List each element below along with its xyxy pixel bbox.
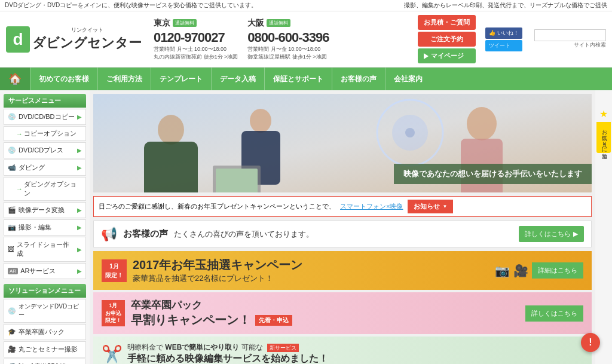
osaka-phone: 大阪 通話無料 0800-600-3396 営業時間 月〜金 10:00〜18:… [247, 18, 329, 61]
banner-video-edit[interactable]: ✂️ 明瞭料金で WEBで簡単にやり取り 可能な 新サービス 手軽に頼める映像編… [93, 337, 592, 364]
banner-newyear[interactable]: 1月限定！ 2017年お年玉抽選キャンペーン 豪華賞品を抽選で22名様にプレゼン… [93, 251, 592, 290]
solution-menu-title: ソリューションメニュー [4, 284, 86, 298]
right-sidebar: ★ お気に入りに追加 [595, 90, 612, 364]
play-icon [424, 53, 429, 59]
tweet-button[interactable]: ツイート [485, 40, 522, 51]
mypage-button[interactable]: マイページ [418, 48, 476, 63]
sidebar-item-dvd-copy[interactable]: 💿 DVD/CD/BDコピー ▶ [4, 109, 86, 125]
nav-item-first[interactable]: 初めてのお客様 [30, 68, 97, 90]
main-nav: 🏠 初めてのお客様 ご利用方法 テンプレート データ入稿 保証とサポート お客様… [0, 68, 612, 90]
search-area: サイト内検索 [534, 29, 606, 49]
sidebar: サービスメニュー 💿 DVD/CD/BDコピー ▶ コピーオプション 💿 DVD… [0, 90, 90, 364]
banner1-month-badge: 1月限定！ [102, 259, 127, 282]
dropdown-icon: ▼ [442, 204, 447, 209]
chyumon-button[interactable]: ご注文予約 [418, 32, 476, 47]
slideshow-label: スライドショー作成 [17, 240, 75, 258]
sidebar-item-seminar[interactable]: 🎥 丸ごとセミナー撮影 [4, 341, 86, 357]
search-input[interactable] [534, 29, 606, 41]
video-convert-icon: 🎬 [8, 206, 16, 214]
graduation-icon: 🎓 [8, 328, 16, 336]
dvd-press-arrow-icon: ▶ [77, 147, 82, 154]
osaka-address: 御堂筋線淀屋橋駅 徒歩1分 >地図 [247, 53, 326, 61]
phone-area: 東京 通話無料 0120-970027 営業時間 月〜土 10:00〜18:00… [154, 18, 329, 61]
voice-bar: 📢 お客様の声 たくさんの喜びの声を頂いております。 詳しくはこちら ▶ [93, 221, 592, 247]
sidebar-item-dvd-press[interactable]: 💿 DVD/CDプレス ▶ [4, 142, 86, 158]
sidebar-item-filming[interactable]: 📷 撮影・編集 ▶ [4, 219, 86, 235]
dvd-press-label: DVD/CDプレス [19, 146, 63, 155]
svg-point-9 [405, 128, 415, 137]
main-layout: サービスメニュー 💿 DVD/CD/BDコピー ▶ コピーオプション 💿 DVD… [0, 90, 612, 364]
svg-point-3 [250, 109, 271, 133]
campaign-button-label: お知らせ [414, 202, 440, 211]
hero-banner: 映像であなたの想いを届けるお手伝いをいたします [93, 94, 592, 192]
seminar-label: 丸ごとセミナー撮影 [19, 345, 78, 354]
top-bar-right: 撮影、編集からレーベル印刷、発送代行まで、リーズナブルな価格でご提供 [404, 1, 607, 10]
filming-label: 撮影・編集 [19, 223, 51, 232]
dubbing-arrow-icon: ▶ [77, 164, 82, 171]
top-bar-text: DVDダビング・DVDコピーをメインに、便利な映像サービスを安心価格でご提供して… [5, 2, 257, 8]
sidebar-item-slideshow[interactable]: 🖼 スライドショー作成 ▶ [4, 237, 86, 262]
sidebar-item-music-cd[interactable]: 🎵 [dcm] 音楽CD制作 [4, 359, 86, 364]
sidebar-item-dubbing[interactable]: 📹 ダビング ▶ [4, 160, 86, 176]
logo-ruby: リンクイット [32, 26, 142, 34]
banner1-button[interactable]: 詳細はこちら [532, 262, 583, 279]
action-area: お見積・ご質問 ご注文予約 マイページ [418, 15, 476, 63]
nav-item-usage[interactable]: ご利用方法 [97, 68, 151, 90]
banner2-text: 卒業卒園パック 早割りキャンペーン！ 先着・申込 [131, 298, 292, 328]
hero-image: 映像であなたの想いを届けるお手伝いをいたします [93, 94, 592, 192]
header: d リンクイット ダビングセンター 東京 通話無料 0120-970027 営業… [0, 11, 612, 68]
solution-menu-section: ソリューションメニュー 💿 オンデマンドDVDコピー 🎓 卒業卒園パック 🎥 丸… [4, 284, 86, 364]
sidebar-item-graduation[interactable]: 🎓 卒業卒園パック [4, 324, 86, 340]
sidebar-item-video-convert[interactable]: 🎬 映像データ変換 ▶ [4, 202, 86, 218]
like-button[interactable]: 👍 いいね！ [485, 27, 522, 39]
hero-text: 映像であなたの想いを届けるお手伝いをいたします [394, 164, 592, 184]
banner3-subtitle: 手軽に頼める映像編集サービスを始めました！ [127, 353, 328, 364]
nav-item-voice[interactable]: お客様の声 [332, 68, 385, 90]
tokyo-hours: 営業時間 月〜土 10:00〜18:00 [154, 45, 227, 53]
service-menu-title: サービスメニュー [4, 94, 86, 108]
banner-graduation[interactable]: 1月お申込限定！ 卒業卒園パック 早割りキャンペーン！ 先着・申込 詳しくはこち… [93, 292, 592, 334]
osaka-label: 大阪 [247, 18, 264, 29]
scissors-icon: ✂️ [102, 344, 123, 364]
voice-button[interactable]: 詳しくはこちら ▶ [519, 226, 584, 242]
add-bookmark-button[interactable]: お気に入りに追加 [596, 122, 611, 153]
osaka-free-badge: 通話無料 [267, 19, 290, 27]
slideshow-icon: 🖼 [8, 246, 14, 253]
dvd-press-icon: 💿 [8, 146, 16, 154]
tripod-icon: 🎥 [513, 264, 528, 278]
nav-item-support[interactable]: 保証とサポート [264, 68, 332, 90]
nav-item-template[interactable]: テンプレート [151, 68, 211, 90]
search-label: サイト内検索 [574, 41, 606, 49]
star-icon: ★ [599, 109, 608, 119]
campaign-button[interactable]: お知らせ ▼ [408, 200, 453, 213]
dubbing-icon: 📹 [8, 164, 16, 172]
dubbing-label: ダビング [19, 163, 45, 172]
sidebar-item-copy-option[interactable]: コピーオプション [4, 126, 86, 141]
campaign-bar: 日ごろのご愛顧に感謝し、新春のお年玉プレゼントキャンペーンということで、 スマー… [93, 196, 592, 217]
sidebar-item-dubbing-option[interactable]: ダビングオプション [4, 177, 86, 201]
alert-button[interactable]: ! [581, 333, 600, 352]
mitsumori-button[interactable]: お見積・ご質問 [418, 15, 476, 30]
dvd-copy-icon: 💿 [8, 113, 16, 121]
filming-icon: 📷 [8, 224, 16, 231]
mypage-label: マイページ [431, 51, 464, 60]
nav-item-company[interactable]: 会社案内 [385, 68, 431, 90]
nav-item-data[interactable]: データ入稿 [211, 68, 264, 90]
sidebar-item-ondemand[interactable]: 💿 オンデマンドDVDコピー [4, 299, 86, 323]
banner2-button[interactable]: 詳しくはこちら [525, 305, 583, 322]
svg-rect-2 [144, 142, 198, 192]
sidebar-item-ar[interactable]: AR ARサービス ▶ [4, 263, 86, 279]
filming-arrow-icon: ▶ [77, 224, 82, 231]
arrow-right-icon: ▶ [573, 230, 578, 238]
megaphone-icon: 📢 [101, 227, 117, 242]
voice-label: お客様の声 [123, 228, 168, 240]
svg-point-10 [467, 107, 497, 140]
ar-badge: AR [8, 268, 18, 274]
dvd-copy-arrow-icon: ▶ [77, 114, 82, 120]
ondemand-label: オンデマンドDVDコピー [19, 302, 82, 319]
ar-arrow-icon: ▶ [77, 268, 82, 274]
top-bar: DVDダビング・DVDコピーをメインに、便利な映像サービスを安心価格でご提供して… [0, 0, 612, 11]
ar-label: ARサービス [20, 267, 56, 276]
nav-home-button[interactable]: 🏠 [0, 68, 30, 90]
campaign-link[interactable]: スマートフォン×映像 [340, 202, 403, 211]
